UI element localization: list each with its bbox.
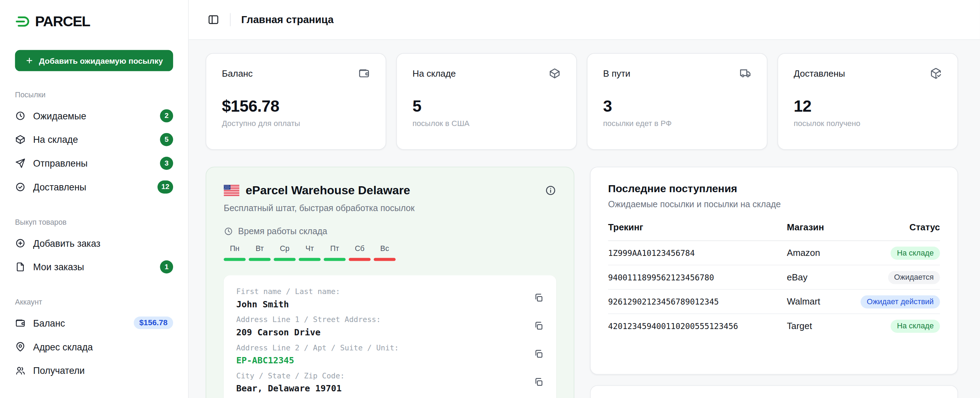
count-badge: 5 [160, 133, 173, 146]
stat-title: Баланс [222, 68, 253, 78]
address-card: First name / Last name: John Smith Addre… [224, 275, 557, 398]
table-row: 1Z999AA10123456784 Amazon На складе [608, 241, 940, 266]
copy-icon [534, 349, 544, 359]
sidebar-item-label: На складе [33, 134, 78, 144]
count-badge: 3 [160, 157, 173, 170]
field-value: Bear, Delaware 19701 [236, 383, 344, 393]
day-fri: Пт [324, 244, 345, 260]
day-sun: Вс [374, 244, 396, 260]
next-card-partial [590, 385, 958, 398]
recent-arrivals-card: Последние поступления Ожидаемые посылки … [590, 166, 958, 374]
day-open-bar [224, 258, 246, 261]
add-expected-parcel-button[interactable]: Добавить ожидаемую посылку [15, 50, 173, 71]
day-open-bar [299, 258, 321, 261]
sidebar-item-in-warehouse[interactable]: На складе 5 [15, 127, 173, 151]
day-open-bar [324, 258, 345, 261]
truck-icon [739, 68, 751, 79]
address-field-line2: Address Line 2 / Apt / Suite / Unit: EP-… [236, 340, 544, 368]
copy-icon [534, 377, 544, 387]
sidebar-item-add-order[interactable]: Добавить заказ [15, 231, 173, 255]
warehouse-subtitle: Бесплатный штат, быстрая обработка посыл… [224, 203, 557, 213]
address-field-line1: Address Line 1 / Street Address: 209 Car… [236, 312, 544, 340]
page-title: Главная страница [242, 14, 334, 25]
package-check-icon [930, 68, 942, 79]
copy-button[interactable] [534, 349, 544, 359]
copy-button[interactable] [534, 321, 544, 331]
stat-card-in-warehouse: На складе 5 посылок в США [396, 53, 577, 150]
count-badge: 1 [160, 260, 173, 273]
sidebar: PARCEL Добавить ожидаемую посылку Посылк… [0, 0, 189, 398]
panel-left-icon [207, 14, 220, 25]
day-wed: Ср [274, 244, 295, 260]
day-label: Чт [299, 244, 321, 253]
sidebar-item-label: Отправлены [33, 157, 88, 168]
field-value: 209 Carson Drive [236, 327, 380, 337]
sidebar-item-expected[interactable]: Ожидаемые 2 [15, 104, 173, 127]
stat-card-delivered: Доставлены 12 посылок получено [778, 53, 958, 150]
copy-icon [534, 293, 544, 303]
day-open-bar [274, 258, 295, 261]
copy-icon [534, 321, 544, 331]
map-pin-icon [15, 341, 25, 352]
top-bar: Главная страница [189, 0, 980, 40]
stat-value: 12 [794, 97, 942, 116]
check-circle-icon [15, 181, 25, 192]
field-label: City / State / Zip Code: [236, 371, 344, 380]
workdays-row: Пн Вт Ср Чт Пт Сб Вс [224, 244, 557, 260]
sidebar-item-label: Ожидаемые [33, 110, 86, 121]
column-status: Статус [910, 222, 940, 232]
table-header: Трекинг Магазин Статус [608, 222, 940, 241]
arrivals-subtitle: Ожидаемые посылки и посылки на складе [608, 199, 940, 209]
count-badge: 2 [160, 109, 173, 122]
info-button[interactable] [545, 185, 556, 196]
status-badge: На складе [891, 246, 940, 259]
copy-button[interactable] [534, 293, 544, 303]
warehouse-hours: Время работы склада [224, 226, 557, 236]
sidebar-item-my-orders[interactable]: Мои заказы 1 [15, 255, 173, 279]
table-row: 420123459400110200555123456 Target На ск… [608, 314, 940, 338]
sidebar-item-label: Мои заказы [33, 261, 84, 272]
day-mon: Пн [224, 244, 246, 260]
stat-title: В пути [603, 68, 630, 78]
count-badge: 12 [158, 180, 173, 193]
sidebar-item-warehouse-address[interactable]: Адрес склада [15, 335, 173, 358]
sidebar-toggle-button[interactable] [207, 14, 220, 25]
sidebar-item-recipients[interactable]: Получатели [15, 358, 173, 382]
sidebar-item-sent[interactable]: Отправлены 3 [15, 151, 173, 175]
field-label: First name / Last name: [236, 287, 340, 296]
sidebar-item-delivered[interactable]: Доставлены 12 [15, 175, 173, 198]
content: Баланс $156.78 Доступно для оплаты На ск… [189, 40, 980, 398]
stat-title: На складе [412, 68, 456, 78]
main-area: Главная страница Баланс $156.78 Доступно… [189, 0, 980, 398]
day-open-bar [249, 258, 270, 261]
app-viewport: PARCEL Добавить ожидаемую посылку Посылк… [0, 0, 980, 398]
stat-card-balance: Баланс $156.78 Доступно для оплаты [206, 53, 386, 150]
send-icon [15, 157, 25, 168]
balance-badge: $156.78 [134, 316, 173, 329]
sidebar-item-balance[interactable]: Баланс $156.78 [15, 311, 173, 335]
day-label: Вс [374, 244, 396, 253]
day-label: Пт [324, 244, 345, 253]
section-label-purchases: Выкуп товаров [15, 218, 173, 227]
table-row: 92612902123456789012345 Walmart Ожидает … [608, 290, 940, 314]
info-icon [545, 185, 556, 196]
field-label: Address Line 1 / Street Address: [236, 315, 380, 324]
stat-value: 5 [412, 97, 561, 116]
tracking-number: 9400111899562123456780 [608, 273, 787, 282]
users-icon [15, 365, 25, 376]
logo[interactable]: PARCEL [15, 13, 173, 30]
stat-subtitle: посылки едет в РФ [603, 119, 751, 128]
copy-button[interactable] [534, 377, 544, 387]
stats-row: Баланс $156.78 Доступно для оплаты На ск… [206, 53, 958, 150]
status-badge: Ожидается [888, 271, 940, 284]
warehouse-title: eParcel Warehouse Delaware [246, 184, 539, 197]
day-label: Пн [224, 244, 246, 253]
clock-icon [15, 110, 25, 121]
day-closed-bar [374, 258, 396, 261]
plus-circle-icon [15, 238, 25, 248]
clock-icon [224, 227, 233, 236]
field-label: Address Line 2 / Apt / Suite / Unit: [236, 343, 399, 352]
table-row: 9400111899562123456780 eBay Ожидается [608, 265, 940, 290]
package-icon [549, 68, 561, 79]
column-tracking: Трекинг [608, 222, 787, 232]
